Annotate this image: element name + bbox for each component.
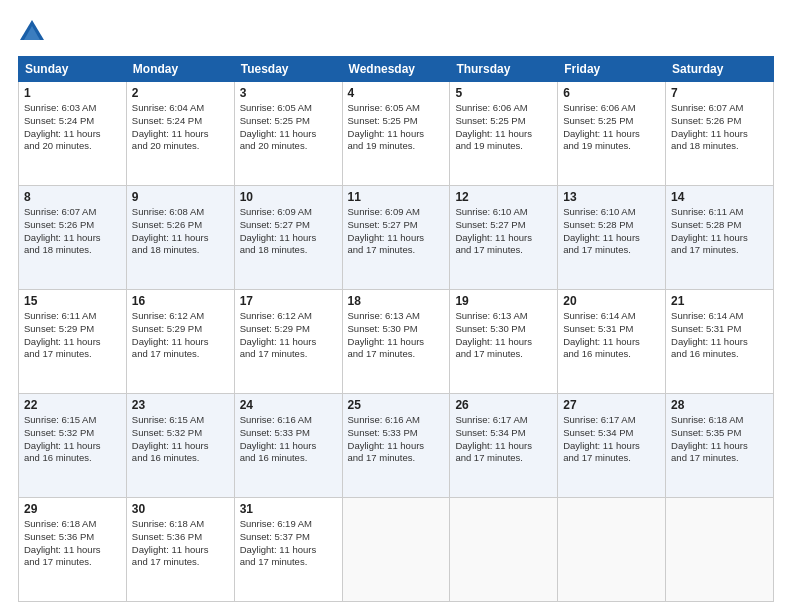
- day-number: 17: [240, 294, 337, 308]
- calendar-cell: 24Sunrise: 6:16 AM Sunset: 5:33 PM Dayli…: [234, 394, 342, 498]
- day-info: Sunrise: 6:07 AM Sunset: 5:26 PM Dayligh…: [671, 102, 748, 151]
- calendar-cell: 12Sunrise: 6:10 AM Sunset: 5:27 PM Dayli…: [450, 186, 558, 290]
- day-info: Sunrise: 6:18 AM Sunset: 5:35 PM Dayligh…: [671, 414, 748, 463]
- calendar-cell: 5Sunrise: 6:06 AM Sunset: 5:25 PM Daylig…: [450, 82, 558, 186]
- day-info: Sunrise: 6:04 AM Sunset: 5:24 PM Dayligh…: [132, 102, 209, 151]
- day-number: 23: [132, 398, 229, 412]
- col-header-thursday: Thursday: [450, 57, 558, 82]
- calendar-cell: 21Sunrise: 6:14 AM Sunset: 5:31 PM Dayli…: [666, 290, 774, 394]
- day-info: Sunrise: 6:17 AM Sunset: 5:34 PM Dayligh…: [563, 414, 640, 463]
- day-info: Sunrise: 6:06 AM Sunset: 5:25 PM Dayligh…: [563, 102, 640, 151]
- day-number: 20: [563, 294, 660, 308]
- day-number: 18: [348, 294, 445, 308]
- calendar-cell: 14Sunrise: 6:11 AM Sunset: 5:28 PM Dayli…: [666, 186, 774, 290]
- week-row-1: 1Sunrise: 6:03 AM Sunset: 5:24 PM Daylig…: [19, 82, 774, 186]
- day-number: 11: [348, 190, 445, 204]
- day-number: 13: [563, 190, 660, 204]
- day-info: Sunrise: 6:15 AM Sunset: 5:32 PM Dayligh…: [132, 414, 209, 463]
- page: SundayMondayTuesdayWednesdayThursdayFrid…: [0, 0, 792, 612]
- day-info: Sunrise: 6:03 AM Sunset: 5:24 PM Dayligh…: [24, 102, 101, 151]
- calendar-cell: 30Sunrise: 6:18 AM Sunset: 5:36 PM Dayli…: [126, 498, 234, 602]
- calendar-cell: [666, 498, 774, 602]
- calendar-cell: 29Sunrise: 6:18 AM Sunset: 5:36 PM Dayli…: [19, 498, 127, 602]
- calendar-cell: 11Sunrise: 6:09 AM Sunset: 5:27 PM Dayli…: [342, 186, 450, 290]
- day-number: 3: [240, 86, 337, 100]
- day-number: 31: [240, 502, 337, 516]
- day-number: 27: [563, 398, 660, 412]
- day-number: 8: [24, 190, 121, 204]
- day-info: Sunrise: 6:05 AM Sunset: 5:25 PM Dayligh…: [240, 102, 317, 151]
- col-header-monday: Monday: [126, 57, 234, 82]
- day-number: 7: [671, 86, 768, 100]
- calendar-cell: 22Sunrise: 6:15 AM Sunset: 5:32 PM Dayli…: [19, 394, 127, 498]
- logo: [18, 18, 50, 46]
- day-info: Sunrise: 6:08 AM Sunset: 5:26 PM Dayligh…: [132, 206, 209, 255]
- day-number: 6: [563, 86, 660, 100]
- day-info: Sunrise: 6:16 AM Sunset: 5:33 PM Dayligh…: [240, 414, 317, 463]
- day-number: 4: [348, 86, 445, 100]
- calendar-cell: [450, 498, 558, 602]
- col-header-tuesday: Tuesday: [234, 57, 342, 82]
- day-info: Sunrise: 6:12 AM Sunset: 5:29 PM Dayligh…: [240, 310, 317, 359]
- calendar-cell: 31Sunrise: 6:19 AM Sunset: 5:37 PM Dayli…: [234, 498, 342, 602]
- day-number: 19: [455, 294, 552, 308]
- day-number: 5: [455, 86, 552, 100]
- calendar-cell: 20Sunrise: 6:14 AM Sunset: 5:31 PM Dayli…: [558, 290, 666, 394]
- calendar-cell: 28Sunrise: 6:18 AM Sunset: 5:35 PM Dayli…: [666, 394, 774, 498]
- calendar-cell: 23Sunrise: 6:15 AM Sunset: 5:32 PM Dayli…: [126, 394, 234, 498]
- col-header-friday: Friday: [558, 57, 666, 82]
- week-row-5: 29Sunrise: 6:18 AM Sunset: 5:36 PM Dayli…: [19, 498, 774, 602]
- day-info: Sunrise: 6:07 AM Sunset: 5:26 PM Dayligh…: [24, 206, 101, 255]
- calendar-cell: 16Sunrise: 6:12 AM Sunset: 5:29 PM Dayli…: [126, 290, 234, 394]
- day-number: 2: [132, 86, 229, 100]
- calendar-cell: 4Sunrise: 6:05 AM Sunset: 5:25 PM Daylig…: [342, 82, 450, 186]
- day-number: 12: [455, 190, 552, 204]
- calendar-cell: [558, 498, 666, 602]
- day-number: 25: [348, 398, 445, 412]
- day-info: Sunrise: 6:12 AM Sunset: 5:29 PM Dayligh…: [132, 310, 209, 359]
- day-info: Sunrise: 6:18 AM Sunset: 5:36 PM Dayligh…: [24, 518, 101, 567]
- calendar-cell: 6Sunrise: 6:06 AM Sunset: 5:25 PM Daylig…: [558, 82, 666, 186]
- calendar-cell: 8Sunrise: 6:07 AM Sunset: 5:26 PM Daylig…: [19, 186, 127, 290]
- calendar-table: SundayMondayTuesdayWednesdayThursdayFrid…: [18, 56, 774, 602]
- calendar-cell: 3Sunrise: 6:05 AM Sunset: 5:25 PM Daylig…: [234, 82, 342, 186]
- calendar-cell: 10Sunrise: 6:09 AM Sunset: 5:27 PM Dayli…: [234, 186, 342, 290]
- day-info: Sunrise: 6:14 AM Sunset: 5:31 PM Dayligh…: [671, 310, 748, 359]
- day-info: Sunrise: 6:14 AM Sunset: 5:31 PM Dayligh…: [563, 310, 640, 359]
- day-info: Sunrise: 6:18 AM Sunset: 5:36 PM Dayligh…: [132, 518, 209, 567]
- week-row-2: 8Sunrise: 6:07 AM Sunset: 5:26 PM Daylig…: [19, 186, 774, 290]
- day-info: Sunrise: 6:09 AM Sunset: 5:27 PM Dayligh…: [240, 206, 317, 255]
- day-number: 30: [132, 502, 229, 516]
- day-number: 1: [24, 86, 121, 100]
- day-number: 21: [671, 294, 768, 308]
- calendar-cell: 15Sunrise: 6:11 AM Sunset: 5:29 PM Dayli…: [19, 290, 127, 394]
- calendar-cell: 9Sunrise: 6:08 AM Sunset: 5:26 PM Daylig…: [126, 186, 234, 290]
- calendar-cell: 13Sunrise: 6:10 AM Sunset: 5:28 PM Dayli…: [558, 186, 666, 290]
- day-info: Sunrise: 6:15 AM Sunset: 5:32 PM Dayligh…: [24, 414, 101, 463]
- col-header-wednesday: Wednesday: [342, 57, 450, 82]
- calendar-cell: 19Sunrise: 6:13 AM Sunset: 5:30 PM Dayli…: [450, 290, 558, 394]
- day-info: Sunrise: 6:10 AM Sunset: 5:27 PM Dayligh…: [455, 206, 532, 255]
- calendar-cell: 7Sunrise: 6:07 AM Sunset: 5:26 PM Daylig…: [666, 82, 774, 186]
- day-info: Sunrise: 6:09 AM Sunset: 5:27 PM Dayligh…: [348, 206, 425, 255]
- calendar-cell: 26Sunrise: 6:17 AM Sunset: 5:34 PM Dayli…: [450, 394, 558, 498]
- col-header-saturday: Saturday: [666, 57, 774, 82]
- col-header-sunday: Sunday: [19, 57, 127, 82]
- day-number: 10: [240, 190, 337, 204]
- day-info: Sunrise: 6:16 AM Sunset: 5:33 PM Dayligh…: [348, 414, 425, 463]
- day-info: Sunrise: 6:11 AM Sunset: 5:29 PM Dayligh…: [24, 310, 101, 359]
- week-row-4: 22Sunrise: 6:15 AM Sunset: 5:32 PM Dayli…: [19, 394, 774, 498]
- calendar-cell: 27Sunrise: 6:17 AM Sunset: 5:34 PM Dayli…: [558, 394, 666, 498]
- header: [18, 18, 774, 46]
- calendar-cell: 17Sunrise: 6:12 AM Sunset: 5:29 PM Dayli…: [234, 290, 342, 394]
- logo-icon: [18, 18, 46, 46]
- day-number: 22: [24, 398, 121, 412]
- day-info: Sunrise: 6:13 AM Sunset: 5:30 PM Dayligh…: [455, 310, 532, 359]
- day-info: Sunrise: 6:11 AM Sunset: 5:28 PM Dayligh…: [671, 206, 748, 255]
- calendar-cell: 1Sunrise: 6:03 AM Sunset: 5:24 PM Daylig…: [19, 82, 127, 186]
- day-number: 15: [24, 294, 121, 308]
- day-number: 28: [671, 398, 768, 412]
- day-info: Sunrise: 6:10 AM Sunset: 5:28 PM Dayligh…: [563, 206, 640, 255]
- day-number: 16: [132, 294, 229, 308]
- day-number: 26: [455, 398, 552, 412]
